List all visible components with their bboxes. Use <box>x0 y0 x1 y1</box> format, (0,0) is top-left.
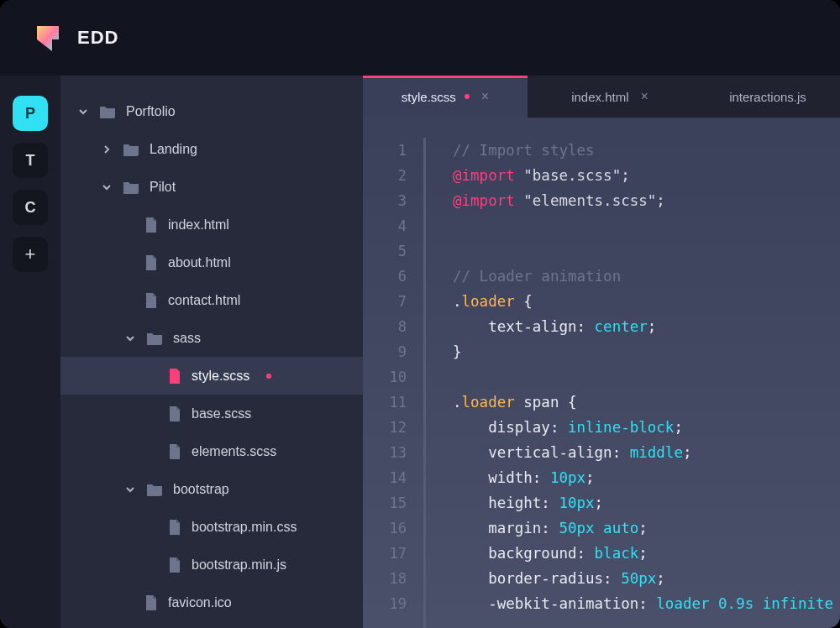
activity-btn-c[interactable]: C <box>13 190 48 225</box>
tree-label: bootstrap.min.js <box>192 557 286 573</box>
tree-label: index.html <box>168 217 229 233</box>
tree-label: elements.scss <box>192 444 276 459</box>
tree-label: about.html <box>168 255 231 270</box>
file-icon <box>144 217 158 233</box>
svg-marker-0 <box>37 26 59 51</box>
folder-icon <box>123 181 139 194</box>
activity-btn-p[interactable]: P <box>13 96 48 131</box>
editor: style.scss × index.html × interactions.j… <box>363 76 840 628</box>
tree-label: style.scss <box>192 369 249 384</box>
tree-label: favicon.ico <box>168 595 232 610</box>
chevron-down-icon <box>124 484 136 495</box>
tree-label: contact.html <box>168 293 240 308</box>
file-icon <box>168 406 181 421</box>
folder-icon <box>99 105 116 118</box>
tree-label: base.scss <box>192 406 251 421</box>
file-icon <box>168 520 181 535</box>
tabstrip: style.scss × index.html × interactions.j… <box>363 76 840 118</box>
tree-file-about[interactable]: about.html <box>60 243 363 281</box>
tab-index[interactable]: index.html × <box>528 76 692 118</box>
tree-label: bootstrap.min.css <box>192 520 297 535</box>
tree-file-style[interactable]: style.scss <box>60 357 363 395</box>
tree-folder-bootstrap[interactable]: bootstrap <box>60 470 363 508</box>
close-icon[interactable]: × <box>481 89 489 104</box>
dirty-dot-icon <box>465 94 470 99</box>
app-window: EDD P T C + Porftolio <box>0 0 840 628</box>
tree-folder-portfolio[interactable]: Porftolio <box>60 92 363 130</box>
file-icon <box>144 595 158 610</box>
tree-file-bootstrap-css[interactable]: bootstrap.min.css <box>60 508 363 546</box>
chevron-right-icon <box>101 144 113 154</box>
tree-folder-sass[interactable]: sass <box>60 319 363 357</box>
tree-folder-landing[interactable]: Landing <box>60 130 363 168</box>
gutter-border <box>423 138 426 628</box>
chevron-down-icon <box>77 107 89 117</box>
app-name: EDD <box>77 27 118 49</box>
file-icon <box>168 444 181 459</box>
tree-file-favicon[interactable]: favicon.ico <box>60 584 363 621</box>
file-icon <box>168 369 181 384</box>
tab-label: interactions.js <box>729 90 806 104</box>
file-icon <box>144 255 158 270</box>
tab-label: style.scss <box>402 90 456 104</box>
tree-label: Pilot <box>150 180 176 195</box>
activity-btn-add[interactable]: + <box>13 237 48 272</box>
app-logo-icon <box>34 23 64 53</box>
tab-label: index.html <box>571 90 628 104</box>
tab-style[interactable]: style.scss × <box>363 76 528 118</box>
tree-file-contact[interactable]: contact.html <box>60 281 363 319</box>
tree-file-base[interactable]: base.scss <box>60 395 363 432</box>
tab-interactions[interactable]: interactions.js <box>692 76 840 118</box>
tree-file-index[interactable]: index.html <box>60 206 363 243</box>
code-area[interactable]: 12345678910111213141516171819 // Import … <box>363 118 840 628</box>
activity-btn-t[interactable]: T <box>13 143 48 178</box>
chevron-down-icon <box>124 333 136 343</box>
folder-icon <box>146 483 163 496</box>
file-icon <box>144 293 158 308</box>
tree-label: Porftolio <box>126 104 176 119</box>
body-row: P T C + Porftolio <box>0 76 840 628</box>
activity-bar: P T C + <box>0 76 60 628</box>
tree-file-bootstrap-js[interactable]: bootstrap.min.js <box>60 546 363 584</box>
line-number-gutter: 12345678910111213141516171819 <box>376 138 423 628</box>
dirty-dot-icon <box>266 374 271 379</box>
close-icon[interactable]: × <box>641 89 648 104</box>
code-content[interactable]: // Import styles@import "base.scss";@imp… <box>453 138 833 628</box>
file-tree: Porftolio Landing Pilot <box>60 76 363 628</box>
tree-file-elements[interactable]: elements.scss <box>60 432 363 470</box>
tree-label: sass <box>173 331 201 346</box>
chevron-down-icon <box>101 182 113 192</box>
titlebar: EDD <box>0 0 840 76</box>
file-icon <box>168 557 181 573</box>
folder-icon <box>146 332 163 345</box>
tree-folder-pilot[interactable]: Pilot <box>60 168 363 206</box>
tree-label: bootstrap <box>173 482 229 497</box>
tree-label: Landing <box>150 142 197 157</box>
folder-icon <box>123 143 139 156</box>
